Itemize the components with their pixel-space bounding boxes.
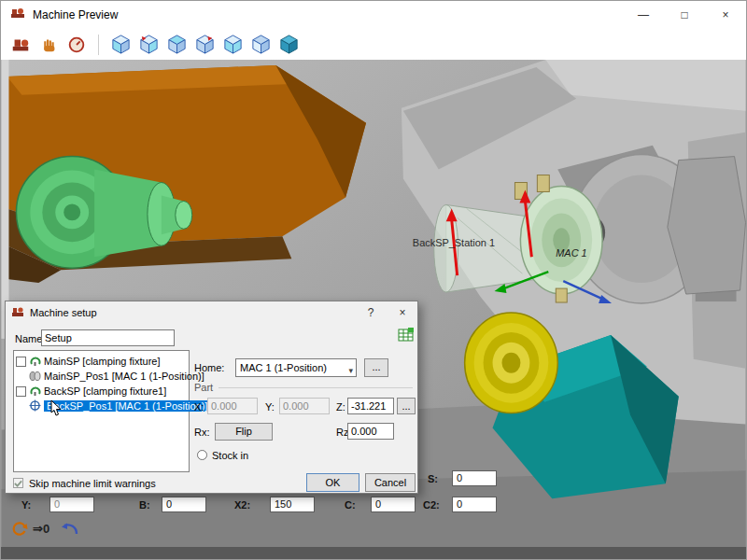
dialog-help-button[interactable]: ? xyxy=(358,303,384,321)
b-axis-field[interactable]: 0 xyxy=(162,497,206,512)
view-cube-1-icon[interactable] xyxy=(108,33,133,57)
hand-icon[interactable] xyxy=(36,33,61,57)
status-strip xyxy=(1,547,746,559)
skip-warnings-checkbox[interactable] xyxy=(13,478,23,488)
z-input[interactable] xyxy=(347,398,394,414)
titlebar[interactable]: Machine Preview — □ × xyxy=(1,1,746,29)
chuck-yellow xyxy=(465,313,558,413)
toolbar xyxy=(1,29,746,60)
crosshair-icon xyxy=(29,399,41,413)
c-axis-field[interactable]: 0 xyxy=(371,497,416,512)
machine-table-icon[interactable] xyxy=(398,327,415,345)
undo-icon[interactable] xyxy=(59,519,79,540)
stock-in-radio[interactable] xyxy=(197,450,207,460)
y-axis-field[interactable]: 0 xyxy=(49,497,94,512)
x-input xyxy=(207,398,258,414)
tree-item-label-selected[interactable]: BackSP_Pos1 [MAC 1 (1-Position)] xyxy=(44,400,210,412)
view-cube-solid-icon[interactable] xyxy=(276,33,301,57)
app-icon xyxy=(10,6,25,24)
s-axis-field[interactable]: 0 xyxy=(452,470,497,486)
goto-zero-icon[interactable]: ⇒0 xyxy=(33,523,49,535)
view-cube-4-icon[interactable] xyxy=(192,33,217,57)
view-cube-6-icon[interactable] xyxy=(248,33,273,57)
name-input[interactable] xyxy=(41,329,175,346)
rotate-view-icon[interactable] xyxy=(10,520,29,541)
mouse-cursor xyxy=(50,400,62,419)
machine-preview-icon[interactable] xyxy=(8,33,33,57)
close-button[interactable]: × xyxy=(705,1,746,29)
clamp-icon xyxy=(29,355,41,369)
dialog-title: Machine setup xyxy=(30,307,97,318)
b-axis-label: B: xyxy=(139,499,150,511)
view-cube-5-icon[interactable] xyxy=(220,33,245,57)
door-edge xyxy=(1,60,8,339)
tree-item-mainsp-pos1[interactable]: MainSP_Pos1 [MAC 1 (1-Position)] xyxy=(29,369,204,384)
rx-label: Rx: xyxy=(194,427,210,438)
z-browse-button[interactable]: ... xyxy=(397,398,416,414)
mainsp-checkbox[interactable] xyxy=(16,357,26,367)
part-group-line xyxy=(218,387,413,388)
maximize-button[interactable]: □ xyxy=(664,1,705,29)
tree-item-label[interactable]: MainSP_Pos1 [MAC 1 (1-Position)] xyxy=(44,371,204,382)
cancel-button[interactable]: Cancel xyxy=(365,473,416,492)
view-cube-2-icon[interactable] xyxy=(136,33,161,57)
y-label: Y: xyxy=(265,401,275,413)
tree-item-backsp[interactable]: BackSP [clamping fixture1] xyxy=(16,384,166,399)
rz-input[interactable] xyxy=(347,423,394,440)
view-cube-3-icon[interactable] xyxy=(164,33,189,57)
c2-axis-label: C2: xyxy=(423,499,440,511)
station-label: BackSP_Station 1 xyxy=(413,237,495,248)
y-input xyxy=(279,398,330,414)
mac-label: MAC 1 xyxy=(556,247,586,259)
setup-tree[interactable]: MainSP [clamping fixture] MainSP_Pos1 [M… xyxy=(13,350,190,472)
window-controls: — □ × xyxy=(623,1,746,29)
backsp-checkbox[interactable] xyxy=(16,386,26,397)
x2-axis-field[interactable]: 150 xyxy=(270,497,315,512)
dialog-titlebar[interactable]: Machine setup ? × xyxy=(6,301,417,323)
window-title: Machine Preview xyxy=(33,8,118,21)
flip-button[interactable]: Flip xyxy=(215,423,273,441)
gauge-icon[interactable] xyxy=(64,33,89,57)
tree-item-label[interactable]: BackSP [clamping fixture1] xyxy=(44,385,166,397)
home-browse-button[interactable]: ... xyxy=(364,358,388,377)
tree-item-mainsp[interactable]: MainSP [clamping fixture] xyxy=(16,354,161,369)
skip-warnings-label: Skip machine limit warnings xyxy=(29,478,156,489)
machine-preview-window: Machine Preview — □ × xyxy=(0,0,747,560)
dialog-icon xyxy=(11,305,24,320)
c2-axis-field[interactable]: 0 xyxy=(452,497,497,512)
home-select[interactable]: MAC 1 (1-Position) ▾ xyxy=(235,358,357,377)
y-axis-label: Y: xyxy=(21,499,31,511)
ok-button[interactable]: OK xyxy=(306,473,359,492)
home-label: Home: xyxy=(194,362,224,373)
x-label: X: xyxy=(194,401,204,413)
machine-setup-dialog: Machine setup ? × Name: MainSP [clamping… xyxy=(5,301,418,494)
stock-in-label: Stock in xyxy=(212,450,248,461)
c-axis-label: C: xyxy=(345,499,356,511)
s-axis-label: S: xyxy=(428,473,438,484)
z-label: Z: xyxy=(336,401,345,413)
dialog-close-button[interactable]: × xyxy=(389,303,416,321)
chevron-down-icon: ▾ xyxy=(348,362,353,379)
part-group-label: Part xyxy=(194,382,213,393)
clamp-icon xyxy=(29,385,41,399)
tree-item-label[interactable]: MainSP [clamping fixture] xyxy=(44,356,161,367)
position-icon xyxy=(29,370,41,384)
x2-axis-label: X2: xyxy=(234,499,250,511)
toolbar-separator xyxy=(98,35,99,55)
minimize-button[interactable]: — xyxy=(623,1,664,29)
home-select-value: MAC 1 (1-Position) xyxy=(240,362,327,373)
